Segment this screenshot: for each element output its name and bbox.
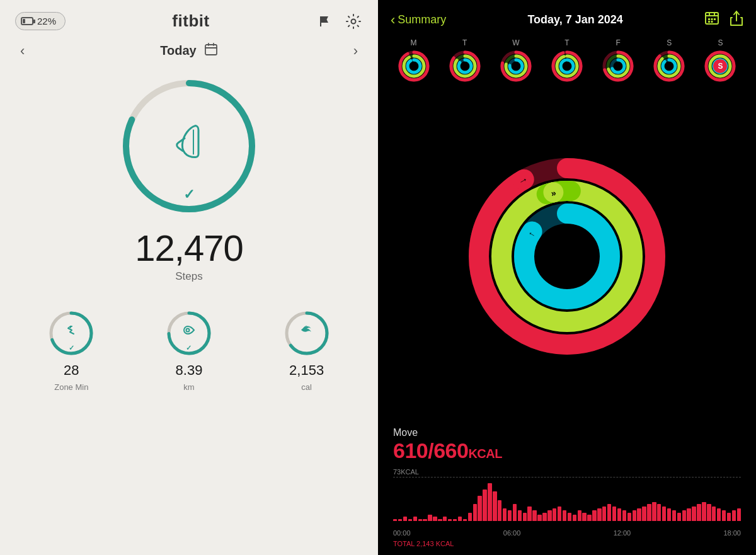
move-current: 610: [393, 438, 428, 462]
chart-bar-29: [537, 515, 541, 521]
flag-icon[interactable]: [316, 12, 335, 31]
back-button[interactable]: ‹ Summary: [391, 12, 446, 28]
chart-bar-55: [667, 508, 671, 521]
chart-bar-56: [672, 510, 676, 521]
chart-bar-52: [652, 502, 656, 521]
chart-bar-46: [622, 510, 626, 521]
time-label-1: 06:00: [503, 529, 521, 537]
chart-bar-30: [542, 513, 546, 521]
apple-date: Today, 7 Jan 2024: [527, 13, 622, 26]
day-ring-item-3[interactable]: T: [551, 38, 583, 83]
chart-bar-31: [547, 510, 551, 521]
chart-bar-7: [428, 515, 432, 521]
day-ring-5: [653, 50, 685, 83]
chart-bar-3: [408, 519, 412, 521]
calendar-grid-icon[interactable]: [704, 11, 719, 29]
weekly-strip: M T W T: [378, 35, 756, 90]
chart-bar-68: [732, 510, 736, 521]
chart-bar-27: [527, 506, 531, 521]
chart-bar-9: [438, 519, 442, 521]
svg-point-53: [663, 60, 675, 72]
chart-bar-32: [553, 508, 556, 521]
chart-bar-36: [573, 515, 576, 521]
day-ring-item-1[interactable]: T: [449, 38, 481, 83]
chart-dotted-line: [393, 477, 741, 478]
chart-bar-34: [563, 510, 566, 521]
day-ring-3: [551, 50, 583, 83]
day-label-4: F: [616, 38, 620, 47]
chart-bar-19: [488, 483, 491, 521]
day-label-0: M: [411, 38, 417, 47]
steps-ring: ✓: [113, 71, 265, 222]
chart-section: 73KCAL 00:00 06:00 12:00 18:00 TOTAL 2,1…: [378, 466, 756, 555]
zone-min-label: Zone Min: [54, 382, 88, 392]
km-label: km: [183, 382, 194, 392]
chart-bar-38: [582, 513, 586, 521]
day-ring-item-5[interactable]: S: [653, 38, 685, 83]
chart-bars: [393, 477, 741, 521]
chart-bar-39: [587, 515, 591, 521]
day-ring-0: [398, 50, 430, 83]
svg-rect-13: [708, 18, 710, 20]
move-label: Move: [393, 427, 741, 438]
settings-icon[interactable]: [344, 12, 363, 31]
nav-prev[interactable]: ‹: [20, 43, 25, 59]
battery-icon: [21, 17, 33, 25]
chart-bar-44: [612, 506, 616, 521]
svg-point-23: [408, 60, 420, 72]
svg-rect-15: [714, 18, 716, 20]
chart-bar-51: [647, 504, 651, 521]
chart-bar-11: [448, 519, 452, 521]
chart-bar-20: [493, 491, 496, 521]
day-ring-6: S: [704, 50, 736, 83]
chart-bar-40: [592, 510, 596, 521]
day-label-3: T: [564, 38, 569, 47]
apple-header-icons: [704, 10, 743, 30]
chart-bar-23: [508, 510, 512, 521]
nav-next[interactable]: ›: [353, 43, 358, 59]
day-ring-2: [500, 50, 532, 83]
chart-bar-67: [727, 513, 731, 521]
day-ring-item-0[interactable]: M: [398, 38, 430, 83]
svg-point-29: [459, 60, 471, 72]
chart-bar-15: [468, 513, 472, 521]
steps-label: Steps: [175, 270, 202, 283]
chart-time-labels: 00:00 06:00 12:00 18:00: [393, 527, 741, 539]
day-ring-item-6[interactable]: S S: [704, 38, 736, 83]
chart-bar-13: [458, 517, 462, 521]
svg-rect-14: [711, 18, 713, 20]
calendar-icon[interactable]: [204, 42, 218, 59]
nav-center: Today: [160, 42, 217, 59]
km-icon: [183, 324, 195, 340]
back-label: Summary: [398, 13, 446, 26]
steps-checkmark: ✓: [183, 186, 195, 203]
chart-bar-60: [692, 506, 696, 521]
day-ring-item-4[interactable]: F: [602, 38, 634, 83]
chart-bar-1: [398, 519, 402, 521]
metric-zone-min: ✓ 28 Zone Min: [46, 308, 96, 392]
day-ring-4: [602, 50, 634, 83]
move-value: 610/660KCAL: [393, 438, 741, 463]
activity-rings-svg: → » ↑: [466, 156, 668, 357]
km-value: 8.39: [176, 362, 203, 379]
fitbit-panel: 22% fitbit ‹ Today: [0, 0, 378, 555]
day-ring-item-2[interactable]: W: [500, 38, 532, 83]
metrics-row: ✓ 28 Zone Min ✓ 8.39 km: [0, 289, 378, 404]
chart-bar-66: [722, 510, 726, 521]
chart-bar-63: [707, 504, 711, 521]
chart-bar-5: [418, 519, 422, 521]
steps-section: ✓ 12,470 Steps: [113, 71, 265, 283]
chart-bar-49: [637, 508, 641, 521]
battery-badge: 22%: [15, 12, 66, 30]
zone-min-check: ✓: [69, 344, 74, 352]
cal-label: cal: [301, 382, 312, 392]
chart-bar-47: [627, 513, 631, 521]
svg-point-41: [561, 60, 573, 72]
svg-point-66: [524, 214, 610, 299]
chart-bar-42: [602, 506, 606, 521]
chart-bar-45: [617, 508, 621, 521]
zone-min-icon: [65, 324, 77, 340]
share-icon[interactable]: [730, 10, 743, 30]
fitbit-header-icons: [316, 12, 363, 31]
chart-bar-33: [558, 506, 561, 521]
